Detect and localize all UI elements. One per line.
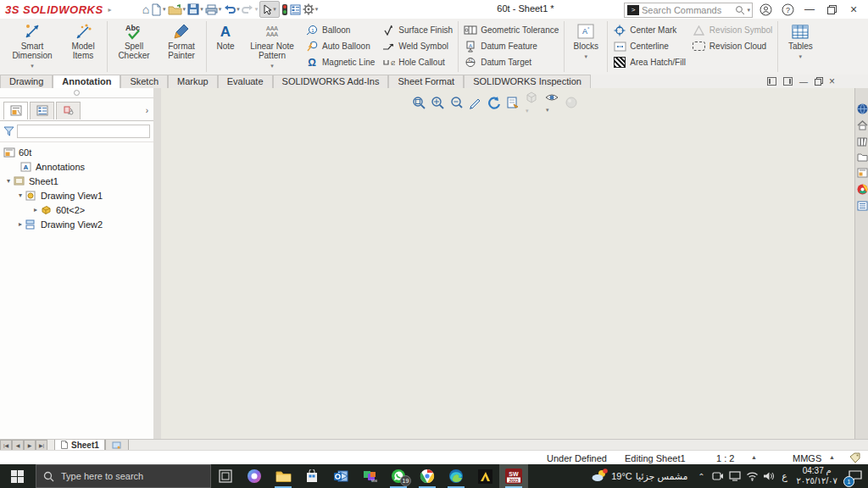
search-icon[interactable]: [735, 5, 745, 15]
sheet-scale[interactable]: 1 : 2: [716, 453, 734, 463]
view-settings-icon[interactable]: ▾: [545, 92, 560, 114]
chrome-icon[interactable]: [413, 464, 442, 488]
tag-icon[interactable]: [849, 452, 861, 463]
logo-expand-arrow[interactable]: ▸: [108, 6, 112, 14]
home-pane-icon[interactable]: [857, 120, 868, 130]
weather-widget[interactable]: 19°C مشمس جزئيا: [586, 464, 693, 488]
doc-restore-button[interactable]: [815, 76, 822, 86]
zoom-area-icon[interactable]: [431, 96, 444, 109]
tab-property-manager[interactable]: [30, 102, 54, 119]
tree-item-annotations[interactable]: A Annotations: [0, 159, 153, 174]
expand-arrow-icon[interactable]: ▸: [31, 206, 41, 214]
custom-properties-icon[interactable]: [857, 201, 868, 211]
m365-icon[interactable]: M365: [355, 464, 384, 488]
surface-finish-button[interactable]: Surface Finish: [381, 22, 453, 38]
display-style-icon[interactable]: ▾: [525, 91, 540, 114]
open-icon[interactable]: ▾: [168, 1, 186, 18]
tab-evaluate[interactable]: Evaluate: [218, 75, 273, 88]
file-explorer-pane-icon[interactable]: [857, 152, 868, 162]
copilot-icon[interactable]: [240, 464, 269, 488]
rebuild-icon[interactable]: [281, 1, 288, 18]
tab-sketch[interactable]: Sketch: [120, 75, 168, 88]
print-icon[interactable]: ▾: [205, 1, 222, 18]
panel-expand-arrow[interactable]: ›: [146, 106, 148, 115]
tab-markup[interactable]: Markup: [168, 75, 218, 88]
edge-icon[interactable]: [442, 464, 470, 488]
panel-splitter[interactable]: [153, 88, 161, 439]
file-properties-icon[interactable]: [290, 1, 301, 18]
language-indicator[interactable]: ع: [777, 464, 791, 488]
zoom-in-out-icon[interactable]: [449, 96, 463, 109]
auto-balloon-button[interactable]: Auto Balloon: [305, 38, 375, 54]
meet-now-icon[interactable]: [709, 464, 726, 488]
scale-dropdown-arrow[interactable]: ▲: [751, 454, 757, 460]
restore-button[interactable]: [821, 2, 843, 17]
zoom-fit-icon[interactable]: [412, 96, 426, 109]
units-dropdown-arrow[interactable]: ▲: [829, 454, 835, 460]
drawing-graphics-area[interactable]: ▾ ▾: [161, 88, 854, 439]
format-painter-button[interactable]: Format Painter: [159, 19, 204, 75]
filter-icon[interactable]: [3, 126, 14, 136]
doc-minimize-button[interactable]: —: [799, 77, 808, 86]
spell-checker-button[interactable]: Abc Spell Checker: [109, 19, 159, 75]
new-document-icon[interactable]: ▾: [151, 1, 166, 18]
select-tool[interactable]: ▾: [259, 1, 280, 18]
tab-solidworks-inspection[interactable]: SOLIDWORKS Inspection: [464, 75, 591, 88]
task-view-icon[interactable]: [211, 464, 240, 488]
redo-icon[interactable]: ▾: [242, 1, 259, 18]
sheet-properties-icon[interactable]: [506, 96, 520, 109]
design-library-icon[interactable]: [857, 136, 867, 147]
search-commands-box[interactable]: > Search Commands ▾: [624, 3, 753, 18]
tab-solidworks-addins[interactable]: SOLIDWORKS Add-Ins: [273, 75, 389, 88]
whatsapp-icon[interactable]: 19: [384, 464, 413, 488]
tab-sheet-format[interactable]: Sheet Format: [388, 75, 464, 88]
view-orientation-icon[interactable]: [468, 96, 481, 109]
resources-globe-icon[interactable]: [857, 103, 868, 114]
outlook-icon[interactable]: [326, 464, 355, 488]
notification-center-icon[interactable]: 1: [843, 464, 868, 488]
home-icon[interactable]: ⌂: [142, 1, 149, 18]
tree-item-part[interactable]: ▸ 60t<2>: [0, 202, 153, 217]
tab-drawing[interactable]: Drawing: [0, 75, 53, 88]
revision-cloud-button[interactable]: Revision Cloud: [693, 38, 772, 54]
solidworks-2023-icon[interactable]: SW2023: [499, 464, 528, 488]
close-button[interactable]: ×: [843, 2, 865, 17]
panel-resize-handle[interactable]: [0, 88, 153, 98]
display-tray-icon[interactable]: [726, 464, 743, 488]
linear-note-pattern-button[interactable]: AAAAAA Linear Note Pattern ▾: [242, 19, 302, 75]
tab-annotation[interactable]: Annotation: [53, 75, 120, 88]
datum-feature-button[interactable]: A Datum Feature: [464, 38, 559, 54]
save-icon[interactable]: ▾: [187, 1, 203, 18]
balloon-button[interactable]: 1 Balloon: [305, 22, 375, 38]
doc-close-button[interactable]: ×: [829, 75, 835, 87]
collapse-arrow-icon[interactable]: ▾: [15, 191, 25, 199]
blocks-button[interactable]: A° Blocks ▾: [566, 19, 605, 75]
clock-widget[interactable]: 04:37 م ٢٠٢٥/١٢/٠٧: [791, 466, 843, 486]
options-gear-icon[interactable]: ▾: [303, 1, 319, 18]
redraw-icon[interactable]: [487, 96, 501, 109]
tab-feature-manager[interactable]: [3, 102, 28, 119]
hole-callout-button[interactable]: Ø Hole Callout: [381, 54, 453, 70]
taskbar-search-box[interactable]: Type here to search: [36, 464, 211, 488]
appearance-icon[interactable]: [565, 97, 577, 108]
weld-symbol-button[interactable]: Weld Symbol: [381, 38, 453, 54]
magnetic-line-button[interactable]: Ω Magnetic Line: [305, 54, 375, 70]
area-hatch-button[interactable]: Area Hatch/Fill: [613, 54, 686, 70]
appearances-scenes-icon[interactable]: [857, 184, 868, 195]
filter-input[interactable]: [17, 125, 150, 138]
center-mark-button[interactable]: Center Mark: [613, 22, 686, 38]
start-button[interactable]: [0, 464, 34, 488]
pane-right-icon[interactable]: [783, 77, 793, 86]
tray-expand-arrow[interactable]: ⌃: [693, 464, 709, 488]
ansys-icon[interactable]: [470, 464, 499, 488]
centerline-button[interactable]: Centerline: [613, 38, 686, 54]
tree-item-sheet1[interactable]: ▾ Sheet1: [0, 174, 153, 188]
model-items-button[interactable]: Model Items: [61, 19, 105, 75]
note-button[interactable]: A Note: [209, 19, 242, 75]
units-indicator[interactable]: MMGS: [793, 453, 821, 463]
wifi-tray-icon[interactable]: [743, 464, 760, 488]
tab-configuration-manager[interactable]: [56, 102, 81, 119]
help-icon[interactable]: ?: [776, 2, 798, 17]
tables-button[interactable]: Tables ▾: [780, 19, 821, 75]
datum-target-button[interactable]: A1 Datum Target: [464, 54, 559, 70]
